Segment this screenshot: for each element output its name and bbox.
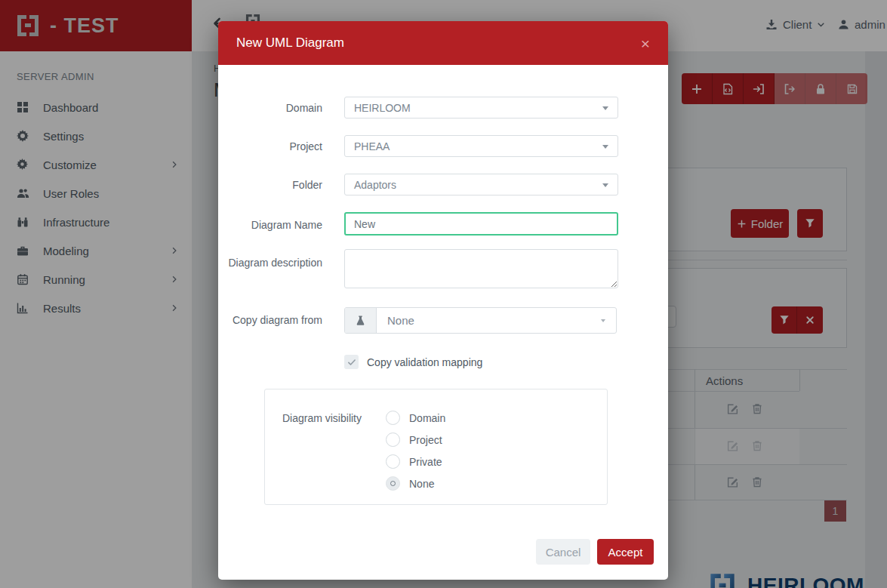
domain-field-row: Domain HEIRLOOM [218, 97, 668, 119]
project-select[interactable]: PHEAA [344, 135, 618, 157]
caret-down-icon [601, 319, 605, 322]
cancel-button[interactable]: Cancel [536, 539, 590, 565]
project-select-value: PHEAA [354, 140, 390, 152]
radio-icon [386, 454, 400, 469]
close-icon[interactable]: × [641, 35, 650, 51]
project-field-row: Project PHEAA [218, 135, 668, 157]
domain-select[interactable]: HEIRLOOM [344, 97, 618, 119]
modal-body: Domain HEIRLOOM Project PHEAA Folder Ada… [218, 65, 668, 580]
domain-label: Domain [218, 97, 322, 115]
copy-diagram-from-select[interactable]: None [377, 308, 616, 333]
modal-title: New UML Diagram [236, 35, 344, 51]
diagram-name-label: Diagram Name [218, 212, 322, 232]
application-window: Client admin H M [0, 0, 887, 588]
diagram-description-label: Diagram description [218, 249, 322, 270]
radio-icon [386, 411, 400, 425]
radio-option-label: Domain [409, 412, 445, 424]
visibility-radio-domain[interactable]: Domain [386, 411, 445, 425]
caret-down-icon [602, 106, 608, 110]
check-icon [347, 358, 356, 367]
radio-option-label: Project [409, 434, 442, 446]
visibility-radio-project[interactable]: Project [386, 433, 445, 447]
copy-validation-row: Copy validation mapping [344, 355, 668, 369]
copy-diagram-from-group: None [344, 307, 617, 334]
diagram-visibility-group: Diagram visibility Domain Project Privat… [264, 389, 608, 505]
copy-diagram-from-field-row: Copy diagram from None [218, 307, 668, 334]
radio-option-label: Private [409, 456, 442, 468]
caret-down-icon [602, 145, 608, 149]
copy-diagram-from-label: Copy diagram from [218, 307, 322, 328]
radio-icon [386, 433, 400, 447]
folder-select[interactable]: Adaptors [344, 174, 618, 195]
diagram-description-field-row: Diagram description [218, 249, 668, 291]
domain-select-value: HEIRLOOM [354, 102, 411, 114]
diagram-name-field-row: Diagram Name [218, 212, 668, 236]
project-label: Project [218, 135, 322, 154]
copy-validation-label: Copy validation mapping [367, 356, 482, 368]
caret-down-icon [602, 183, 608, 187]
new-uml-diagram-modal: New UML Diagram × Domain HEIRLOOM Projec… [218, 21, 668, 580]
diagram-name-input[interactable] [344, 212, 618, 236]
folder-field-row: Folder Adaptors [218, 174, 668, 195]
diagram-description-textarea[interactable] [344, 249, 618, 288]
radio-icon [386, 476, 400, 491]
modal-header: New UML Diagram × [218, 21, 668, 65]
copy-diagram-from-value: None [387, 314, 414, 327]
folder-label: Folder [218, 174, 322, 192]
visibility-radio-none[interactable]: None [386, 476, 445, 491]
accept-button[interactable]: Accept [597, 539, 654, 565]
modal-footer: Cancel Accept [536, 539, 654, 565]
folder-select-value: Adaptors [354, 179, 396, 191]
radio-option-label: None [409, 478, 434, 490]
copy-validation-checkbox[interactable] [344, 355, 359, 369]
diagram-visibility-label: Diagram visibility [265, 411, 362, 504]
flask-icon [345, 308, 377, 333]
visibility-radio-private[interactable]: Private [386, 454, 445, 469]
